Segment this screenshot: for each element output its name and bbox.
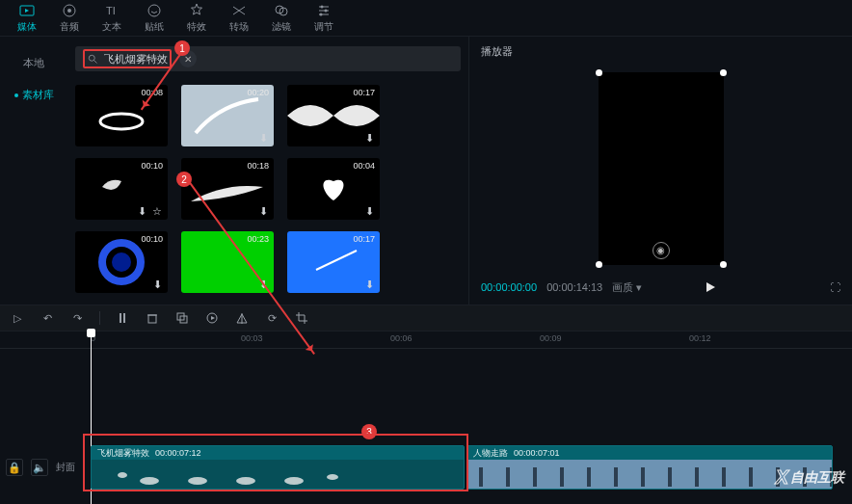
svg-line-12: [94, 61, 97, 64]
cover-label[interactable]: 封面: [56, 461, 75, 474]
tab-label: 音频: [60, 20, 79, 34]
transition-icon: [231, 3, 247, 18]
speed-icon[interactable]: [204, 310, 220, 326]
mute-icon[interactable]: 🔈: [31, 459, 48, 476]
svg-point-30: [236, 477, 255, 485]
search-icon: [87, 53, 98, 65]
audio-icon: [62, 3, 77, 18]
sidebar-item-local[interactable]: 本地: [0, 50, 67, 76]
player-panel: 播放器 ◉ 00:00:00:00 00:00:14:13 画质 ▾ ⛶: [468, 37, 852, 305]
redo-icon[interactable]: ↷: [69, 310, 85, 326]
clip-duration: 00:00:07:12: [155, 448, 201, 458]
mirror-icon[interactable]: [234, 310, 250, 326]
svg-point-13: [100, 114, 143, 129]
timeline-clip-video[interactable]: 人物走路00:00:07:01: [466, 445, 833, 490]
fx-icon: [189, 3, 204, 18]
download-icon[interactable]: ⬇: [362, 131, 376, 145]
download-icon[interactable]: ⬇: [256, 131, 270, 145]
sidebar-item-label: 素材库: [22, 89, 54, 100]
asset-card[interactable]: 00:17 ⬇: [287, 231, 380, 293]
asset-card[interactable]: 00:20 ⬇: [181, 85, 274, 146]
svg-point-9: [325, 9, 328, 12]
duration-label: 00:10: [141, 161, 163, 171]
asset-card[interactable]: 00:10 ☆ ⬇: [75, 158, 168, 220]
sidebar: 本地 素材库: [0, 37, 67, 305]
resize-handle[interactable]: [596, 69, 602, 76]
resize-handle[interactable]: [720, 69, 727, 76]
tab-audio[interactable]: 音频: [48, 3, 91, 34]
ruler-tick: 00:12: [689, 333, 711, 343]
pointer-tool-icon[interactable]: ▷: [10, 310, 25, 326]
ruler-tick: 00:03: [241, 333, 263, 343]
favorite-icon[interactable]: ☆: [150, 204, 164, 218]
fullscreen-icon[interactable]: ⛶: [830, 281, 840, 293]
download-icon[interactable]: ⬇: [362, 204, 376, 218]
timeline-ruler[interactable]: 0 00:03 00:06 00:09 00:12: [0, 332, 852, 349]
svg-point-28: [140, 477, 159, 485]
svg-marker-25: [211, 316, 215, 320]
download-icon[interactable]: ⬇: [256, 204, 270, 218]
tab-media[interactable]: 媒体: [6, 3, 48, 34]
clear-search-button[interactable]: ✕: [179, 50, 197, 67]
crop-icon[interactable]: [294, 310, 309, 326]
rotate-icon[interactable]: ⟳: [264, 310, 280, 326]
tab-transition[interactable]: 转场: [218, 3, 260, 34]
download-icon[interactable]: ⬇: [256, 278, 270, 291]
top-tab-bar: 媒体 音频 TI 文本 贴纸 特效 转场 滤镜 调节: [0, 0, 852, 37]
active-dot-icon: [14, 93, 18, 97]
delete-icon[interactable]: [145, 310, 160, 326]
download-icon[interactable]: ⬇: [362, 278, 376, 291]
tab-filter[interactable]: 滤镜: [260, 3, 303, 34]
svg-text:TI: TI: [106, 5, 116, 16]
clip-name: 飞机烟雾特效: [97, 447, 149, 460]
search-input[interactable]: 飞机烟雾特效 ✕: [75, 46, 461, 71]
tab-label: 文本: [102, 20, 121, 34]
sidebar-item-library[interactable]: 素材库: [0, 82, 67, 108]
player-title: 播放器: [469, 37, 852, 66]
asset-card[interactable]: 00:23 ⬇: [181, 231, 274, 293]
preview-frame[interactable]: ◉: [599, 72, 724, 265]
timeline-tracks[interactable]: 🔒 🔈 封面 飞机烟雾特效00:00:07:12 人物走路00:00:07:01: [0, 349, 852, 504]
duration-label: 00:17: [353, 234, 375, 244]
quality-selector[interactable]: 画质 ▾: [612, 280, 642, 295]
svg-point-29: [188, 477, 207, 485]
asset-card[interactable]: 00:10 ⬇: [75, 231, 168, 293]
asset-grid: 00:08 00:20 ⬇ 00:17 ⬇ 00:10 ☆ ⬇ 00:18: [75, 85, 461, 293]
split-icon[interactable]: [115, 310, 130, 326]
svg-point-10: [320, 13, 323, 15]
download-icon[interactable]: ⬇: [150, 278, 164, 291]
tab-adjust[interactable]: 调节: [303, 3, 345, 34]
svg-rect-36: [467, 460, 833, 490]
lock-icon[interactable]: 🔒: [6, 459, 23, 476]
download-icon[interactable]: ⬇: [135, 204, 148, 218]
asset-card[interactable]: 00:04 ⬇: [287, 158, 380, 220]
svg-point-32: [118, 472, 127, 478]
ruler-tick: 00:06: [390, 333, 413, 343]
tab-label: 调节: [314, 20, 333, 34]
svg-rect-18: [120, 313, 121, 323]
track-controls: 🔒 🔈 封面: [0, 445, 81, 490]
current-time: 00:00:00:00: [481, 281, 537, 293]
sidebar-item-label: 本地: [23, 57, 44, 68]
asset-card[interactable]: 00:08: [75, 85, 168, 146]
search-value: 飞机烟雾特效: [104, 52, 168, 66]
asset-card[interactable]: 00:17 ⬇: [287, 85, 380, 146]
undo-icon[interactable]: ↶: [40, 310, 55, 326]
tab-fx[interactable]: 特效: [175, 3, 218, 34]
play-button[interactable]: [704, 280, 717, 294]
duration-label: 00:23: [247, 234, 269, 244]
sticker-icon: [146, 3, 162, 18]
duration-label: 00:17: [353, 88, 375, 97]
tab-text[interactable]: TI 文本: [91, 3, 133, 34]
asset-card[interactable]: 00:18 ⬇: [181, 158, 274, 220]
duration-label: 00:18: [247, 161, 269, 171]
resize-handle[interactable]: [720, 261, 727, 268]
tab-label: 媒体: [17, 20, 37, 34]
preview-area[interactable]: ◉: [469, 66, 852, 270]
visibility-toggle-icon[interactable]: ◉: [652, 242, 670, 259]
svg-marker-17: [706, 282, 715, 292]
resize-handle[interactable]: [596, 261, 602, 268]
timeline-clip-fx[interactable]: 飞机烟雾特效00:00:07:12: [91, 445, 465, 490]
tab-sticker[interactable]: 贴纸: [133, 3, 175, 34]
copy-icon[interactable]: [174, 310, 190, 326]
